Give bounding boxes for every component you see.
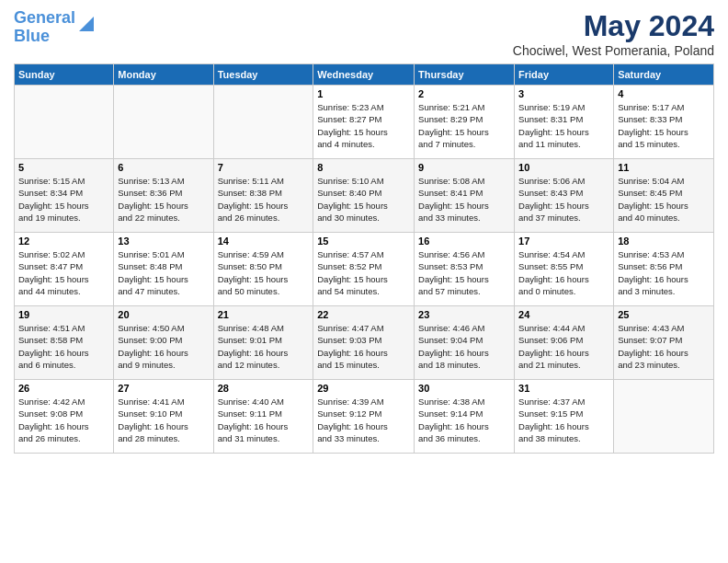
day-number: 25 [618,309,710,320]
day-number: 24 [518,309,609,320]
day-number: 2 [418,88,510,99]
calendar-cell: 13Sunrise: 5:01 AM Sunset: 8:48 PM Dayli… [114,233,213,306]
calendar-table: SundayMondayTuesdayWednesdayThursdayFrid… [14,63,714,454]
day-info: Sunrise: 4:43 AM Sunset: 9:07 PM Dayligh… [618,322,710,371]
logo-line2: Blue [14,27,50,45]
day-info: Sunrise: 4:57 AM Sunset: 8:52 PM Dayligh… [317,248,410,297]
day-number: 11 [618,162,710,173]
day-number: 16 [418,236,510,247]
day-number: 7 [218,162,310,173]
day-number: 29 [317,383,410,394]
day-number: 21 [218,309,310,320]
calendar-cell [15,86,114,159]
logo-arrow-icon [77,15,96,33]
calendar-cell: 19Sunrise: 4:51 AM Sunset: 8:58 PM Dayli… [15,306,114,380]
day-number: 15 [317,236,410,247]
calendar-cell [213,86,313,159]
logo-text: General Blue [14,9,75,46]
day-info: Sunrise: 4:46 AM Sunset: 9:04 PM Dayligh… [418,322,510,371]
col-header-sunday: Sunday [15,64,114,86]
calendar-cell: 3Sunrise: 5:19 AM Sunset: 8:31 PM Daylig… [515,86,614,159]
calendar-cell: 18Sunrise: 4:53 AM Sunset: 8:56 PM Dayli… [614,233,714,306]
day-number: 6 [118,162,209,173]
day-info: Sunrise: 4:44 AM Sunset: 9:06 PM Dayligh… [518,322,609,371]
day-info: Sunrise: 4:39 AM Sunset: 9:12 PM Dayligh… [317,396,410,444]
col-header-friday: Friday [515,64,614,86]
day-number: 17 [518,236,609,247]
day-info: Sunrise: 5:04 AM Sunset: 8:45 PM Dayligh… [618,175,710,224]
day-info: Sunrise: 5:21 AM Sunset: 8:29 PM Dayligh… [418,101,510,150]
calendar-cell: 2Sunrise: 5:21 AM Sunset: 8:29 PM Daylig… [415,86,515,159]
week-row-4: 19Sunrise: 4:51 AM Sunset: 8:58 PM Dayli… [15,306,714,380]
logo-line1: General [14,8,75,27]
day-info: Sunrise: 5:23 AM Sunset: 8:27 PM Dayligh… [317,101,410,150]
day-number: 30 [418,383,510,394]
day-info: Sunrise: 4:42 AM Sunset: 9:08 PM Dayligh… [18,396,109,444]
week-row-3: 12Sunrise: 5:02 AM Sunset: 8:47 PM Dayli… [15,233,714,306]
calendar-cell: 28Sunrise: 4:40 AM Sunset: 9:11 PM Dayli… [213,380,313,454]
week-row-1: 1Sunrise: 5:23 AM Sunset: 8:27 PM Daylig… [15,86,714,159]
calendar-cell: 25Sunrise: 4:43 AM Sunset: 9:07 PM Dayli… [614,306,714,380]
day-info: Sunrise: 5:13 AM Sunset: 8:36 PM Dayligh… [118,175,209,224]
day-info: Sunrise: 5:02 AM Sunset: 8:47 PM Dayligh… [18,248,109,297]
calendar-cell: 24Sunrise: 4:44 AM Sunset: 9:06 PM Dayli… [515,306,614,380]
day-info: Sunrise: 5:11 AM Sunset: 8:38 PM Dayligh… [218,175,310,224]
calendar-cell: 15Sunrise: 4:57 AM Sunset: 8:52 PM Dayli… [313,233,415,306]
day-number: 4 [618,88,710,99]
day-info: Sunrise: 4:41 AM Sunset: 9:10 PM Dayligh… [118,396,209,444]
calendar-cell [114,86,213,159]
day-number: 10 [518,162,609,173]
day-info: Sunrise: 4:48 AM Sunset: 9:01 PM Dayligh… [218,322,310,371]
day-number: 27 [118,383,209,394]
calendar-cell: 12Sunrise: 5:02 AM Sunset: 8:47 PM Dayli… [15,233,114,306]
day-number: 3 [518,88,609,99]
col-header-saturday: Saturday [614,64,714,86]
day-number: 12 [18,236,109,247]
calendar-cell: 21Sunrise: 4:48 AM Sunset: 9:01 PM Dayli… [213,306,313,380]
calendar-cell: 14Sunrise: 4:59 AM Sunset: 8:50 PM Dayli… [213,233,313,306]
day-info: Sunrise: 4:59 AM Sunset: 8:50 PM Dayligh… [218,248,310,297]
day-info: Sunrise: 5:10 AM Sunset: 8:40 PM Dayligh… [317,175,410,224]
day-number: 22 [317,309,410,320]
calendar-cell: 8Sunrise: 5:10 AM Sunset: 8:40 PM Daylig… [313,159,415,233]
day-info: Sunrise: 5:17 AM Sunset: 8:33 PM Dayligh… [618,101,710,150]
calendar-cell: 7Sunrise: 5:11 AM Sunset: 8:38 PM Daylig… [213,159,313,233]
col-header-tuesday: Tuesday [213,64,313,86]
calendar-cell: 1Sunrise: 5:23 AM Sunset: 8:27 PM Daylig… [313,86,415,159]
header: General Blue May 2024 Chociwel, West Pom… [14,9,714,58]
day-number: 26 [18,383,109,394]
page: General Blue May 2024 Chociwel, West Pom… [0,0,728,563]
day-info: Sunrise: 5:19 AM Sunset: 8:31 PM Dayligh… [518,101,609,150]
day-number: 31 [518,383,609,394]
day-number: 14 [218,236,310,247]
logo: General Blue [14,9,96,46]
day-info: Sunrise: 4:47 AM Sunset: 9:03 PM Dayligh… [317,322,410,371]
week-row-5: 26Sunrise: 4:42 AM Sunset: 9:08 PM Dayli… [15,380,714,454]
day-number: 13 [118,236,209,247]
day-number: 8 [317,162,410,173]
day-info: Sunrise: 5:08 AM Sunset: 8:41 PM Dayligh… [418,175,510,224]
week-row-2: 5Sunrise: 5:15 AM Sunset: 8:34 PM Daylig… [15,159,714,233]
day-number: 19 [18,309,109,320]
calendar-cell [614,380,714,454]
day-number: 18 [618,236,710,247]
calendar-cell: 10Sunrise: 5:06 AM Sunset: 8:43 PM Dayli… [515,159,614,233]
day-info: Sunrise: 5:06 AM Sunset: 8:43 PM Dayligh… [518,175,609,224]
month-title: May 2024 [513,9,714,43]
svg-marker-0 [79,17,94,31]
calendar-cell: 27Sunrise: 4:41 AM Sunset: 9:10 PM Dayli… [114,380,213,454]
day-info: Sunrise: 4:38 AM Sunset: 9:14 PM Dayligh… [418,396,510,444]
day-number: 9 [418,162,510,173]
title-section: May 2024 Chociwel, West Pomerania, Polan… [513,9,714,58]
calendar-cell: 11Sunrise: 5:04 AM Sunset: 8:45 PM Dayli… [614,159,714,233]
day-info: Sunrise: 4:54 AM Sunset: 8:55 PM Dayligh… [518,248,609,297]
calendar-cell: 16Sunrise: 4:56 AM Sunset: 8:53 PM Dayli… [415,233,515,306]
calendar-cell: 26Sunrise: 4:42 AM Sunset: 9:08 PM Dayli… [15,380,114,454]
col-header-wednesday: Wednesday [313,64,415,86]
day-info: Sunrise: 5:01 AM Sunset: 8:48 PM Dayligh… [118,248,209,297]
day-number: 20 [118,309,209,320]
calendar-cell: 5Sunrise: 5:15 AM Sunset: 8:34 PM Daylig… [15,159,114,233]
day-number: 1 [317,88,410,99]
day-info: Sunrise: 4:51 AM Sunset: 8:58 PM Dayligh… [18,322,109,371]
col-header-monday: Monday [114,64,213,86]
